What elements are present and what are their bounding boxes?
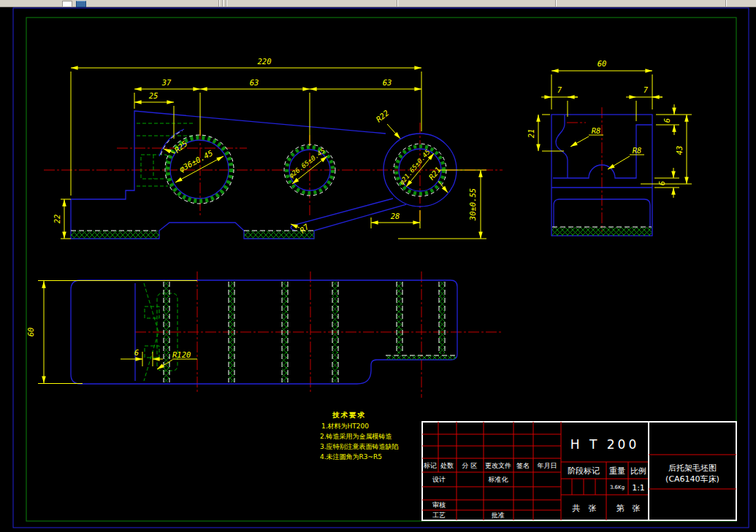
cell-zone: 分 区	[462, 462, 478, 469]
side-view: 60 7 7 21 43 6	[527, 59, 692, 236]
bottom-centerlines	[135, 271, 503, 398]
front-view: 220 37 63 63 25 22 28 30±0.55	[44, 57, 503, 239]
cell-check: 审核	[432, 501, 446, 509]
dim-7a: 7	[557, 85, 562, 94]
dim-25: 25	[149, 91, 159, 100]
toolbar-button[interactable]	[62, 1, 72, 7]
dim-6b: 6	[657, 181, 666, 185]
toolbar-separator	[222, 0, 223, 7]
cell-weight-value: 3.6Kg	[610, 485, 625, 490]
cell-mark: 标记	[423, 462, 437, 469]
dim-60-bottom: 60	[26, 328, 35, 337]
cell-scale-value: 1:1	[632, 483, 645, 493]
cell-design: 设计	[432, 476, 446, 483]
dim-37: 37	[161, 78, 172, 87]
toolbar[interactable]	[0, 0, 756, 7]
dim-r8b: R8	[633, 146, 642, 155]
cell-sheet-index: 第 张	[616, 504, 641, 513]
drawing-name-line1: 后托架毛坯图	[668, 463, 717, 473]
material-designation: H T 200	[570, 437, 639, 452]
drawing-name-line2: (CA6140车床)	[665, 474, 719, 484]
dim-6-bottom: 6	[134, 348, 139, 357]
cell-change-file: 更改文件	[485, 462, 511, 469]
toolbar-separator	[226, 0, 226, 7]
dim-21: 21	[527, 129, 535, 139]
bottom-view: 60 6 R120	[26, 271, 503, 398]
notes-heading: 技术要求	[332, 411, 366, 419]
dim-22: 22	[53, 215, 61, 224]
toolbar-separator	[555, 0, 556, 7]
cell-standardize: 标准化	[488, 476, 509, 483]
front-allowance-pads	[71, 231, 314, 239]
toolbar-separator	[397, 0, 397, 7]
notes-line-2: 2.铸造采用为金属模铸造	[320, 433, 392, 440]
dim-63a: 63	[250, 78, 259, 87]
dim-r22: R22	[374, 108, 390, 123]
dim-28: 28	[391, 212, 400, 220]
dim-dia-hole3: φ21.65±0.45	[398, 148, 432, 186]
cell-date: 年月日	[538, 462, 557, 469]
technical-notes: 技术要求 1.材料为HT200 2.铸造采用为金属模铸造 3.应特别注意表面铸造…	[320, 411, 399, 460]
notes-line-1: 1.材料为HT200	[321, 423, 369, 430]
toolbar-separator	[725, 0, 726, 7]
toolbar-separator	[218, 0, 219, 7]
notes-line-3: 3.应特别注意表面铸造缺陷	[320, 443, 399, 450]
dim-30: 30±0.55	[468, 188, 477, 221]
cell-count: 处数	[440, 462, 454, 469]
app-icon[interactable]	[76, 1, 86, 7]
cell-signature: 签名	[516, 462, 530, 469]
cell-scale-label: 比例	[630, 466, 646, 476]
application-window: 220 37 63 63 25 22 28 30±0.55	[0, 0, 756, 532]
dim-r21: R21	[427, 165, 442, 181]
cell-approve: 批准	[491, 512, 505, 519]
title-block: 标记 处数 分 区 更改文件 签名 年月日 设计 标准化 审核 工艺 批准 H …	[422, 422, 736, 520]
dim-dia-hole1: φ36±0.45	[177, 148, 214, 173]
dim-6a: 6	[663, 118, 671, 123]
cell-sheet-total: 共 张	[572, 504, 597, 513]
dim-7b: 7	[644, 85, 649, 94]
title-block-labels: 标记 处数 分 区 更改文件 签名 年月日 设计 标准化 审核 工艺 批准 H …	[423, 437, 719, 519]
dim-60-side: 60	[597, 59, 607, 68]
side-allowance-pad	[552, 227, 652, 236]
cad-drawing-canvas[interactable]: 220 37 63 63 25 22 28 30±0.55	[0, 0, 756, 532]
cell-process: 工艺	[432, 512, 446, 519]
notes-line-4: 4.未注圆角为R3~R5	[320, 453, 382, 460]
dim-dia-hole2: φ26.65±0.45	[288, 147, 327, 180]
dim-43: 43	[675, 146, 684, 155]
dim-r120: R120	[172, 350, 191, 359]
cell-weight-label: 重量	[609, 466, 625, 476]
cell-stage-mark: 阶段标记	[568, 466, 600, 476]
dim-220: 220	[258, 57, 272, 66]
dim-r8a: R8	[592, 126, 601, 135]
dim-63b: 63	[383, 78, 392, 87]
